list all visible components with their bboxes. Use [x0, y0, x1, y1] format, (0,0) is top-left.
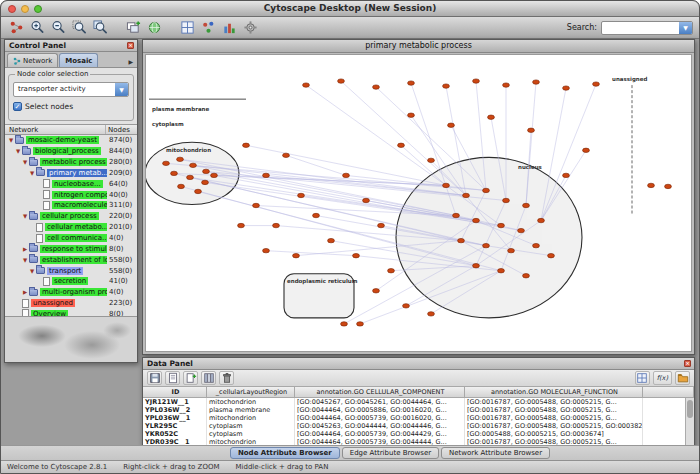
table-row[interactable]: YKR052Ccytoplasm[GO:0044464, GO:0005739,… — [143, 430, 694, 438]
graph-node[interactable] — [428, 158, 435, 162]
table-row[interactable]: YPL036W__2plasma membrane[GO:0044464, GO… — [143, 406, 694, 414]
scrollbar-thumb[interactable] — [687, 400, 693, 418]
tree-row[interactable]: Overview8(0) — [5, 309, 137, 317]
tree-row[interactable]: ▼transport558(0) — [5, 265, 137, 276]
tree-row[interactable]: ▼biological_process844(0) — [5, 146, 137, 157]
graph-node[interactable] — [195, 189, 202, 193]
graph-node[interactable] — [378, 223, 385, 227]
graph-node[interactable] — [453, 213, 460, 217]
graph-node[interactable] — [263, 173, 270, 177]
graph-node[interactable] — [533, 80, 540, 84]
tree-row[interactable]: nitrogen compo...40(0) — [5, 189, 137, 200]
graph-node[interactable] — [313, 213, 320, 217]
tab-edge-attribute-browser[interactable]: Edge Attribute Browser — [342, 447, 439, 459]
graph-node[interactable] — [523, 203, 530, 207]
graph-node[interactable] — [563, 173, 570, 177]
tree-row[interactable]: ▶multi-organism pro...4(0) — [5, 287, 137, 298]
tree-node-label[interactable]: cellular process — [40, 212, 99, 220]
column-header[interactable]: _cellularLayoutRegion — [207, 387, 295, 398]
graph-node[interactable] — [488, 115, 495, 119]
expand-arrow-icon[interactable]: ▼ — [21, 159, 29, 165]
graph-node[interactable] — [187, 175, 194, 179]
expand-arrow-icon[interactable]: ▶ — [21, 246, 29, 252]
tree-node-label[interactable]: primary metab... — [47, 169, 107, 177]
tree-row[interactable]: secretion41(0) — [5, 276, 137, 287]
chevron-down-icon[interactable]: ▼ — [679, 22, 692, 34]
expand-arrow-icon[interactable]: ▼ — [28, 170, 36, 176]
graph-node[interactable] — [463, 193, 470, 197]
graph-node[interactable] — [533, 243, 540, 247]
table-vertical-scrollbar[interactable] — [685, 398, 694, 446]
select-attributes-button[interactable] — [165, 371, 180, 385]
network-frame-titlebar[interactable]: primary metabolic process — [143, 40, 694, 53]
tree-row[interactable]: macromolecule...311(0) — [5, 200, 137, 211]
graph-node[interactable] — [563, 86, 570, 90]
graph-node[interactable] — [473, 218, 480, 222]
graph-node[interactable] — [518, 228, 525, 232]
graph-node[interactable] — [648, 183, 655, 187]
fx-button[interactable]: f(x) — [653, 371, 672, 385]
graph-node[interactable] — [665, 184, 672, 188]
graph-node[interactable] — [398, 143, 405, 147]
tree-column-nodes[interactable]: Nodes — [105, 125, 137, 134]
attribute-columns-button[interactable] — [201, 371, 216, 385]
graph-node[interactable] — [177, 157, 184, 161]
tree-row[interactable]: cellular metabo...201(0) — [5, 222, 137, 233]
overview-thumbnail[interactable] — [5, 316, 137, 362]
tree-row[interactable]: ▼primary metab...209(0) — [5, 168, 137, 179]
close-icon[interactable]: × — [127, 42, 134, 49]
tab-network-attribute-browser[interactable]: Network Attribute Browser — [441, 447, 550, 459]
graph-node[interactable] — [338, 79, 345, 83]
graph-node[interactable] — [343, 173, 350, 177]
zoom-in-button[interactable] — [28, 19, 46, 37]
tree-row[interactable]: ▶response to stimul...8(0) — [5, 243, 137, 254]
expand-arrow-icon[interactable]: ▼ — [21, 213, 29, 219]
column-header[interactable]: annotation.GO CELLULAR_COMPONENT — [295, 387, 465, 398]
graph-node[interactable] — [283, 153, 290, 157]
graph-node[interactable] — [548, 253, 555, 257]
tree-row[interactable]: ▼establishment of lo...558(0) — [5, 254, 137, 265]
graph-node[interactable] — [498, 269, 505, 273]
graph-node[interactable] — [508, 248, 515, 252]
graph-node[interactable] — [211, 173, 218, 177]
graph-node[interactable] — [483, 188, 490, 192]
plugin-settings-button[interactable] — [241, 19, 259, 37]
tree-node-label[interactable]: nitrogen compo... — [52, 191, 107, 199]
graph-node[interactable] — [238, 223, 245, 227]
zoom-selected-button[interactable] — [70, 19, 88, 37]
tree-node-label[interactable]: biological_process — [33, 147, 101, 155]
matrix-button[interactable] — [635, 371, 650, 385]
tree-column-network[interactable]: Network — [5, 125, 105, 134]
graph-node[interactable] — [357, 322, 364, 326]
tree-node-label[interactable]: multi-organism pro... — [40, 288, 107, 296]
create-attribute-button[interactable] — [183, 371, 198, 385]
tree-row[interactable]: cell communica...4(0) — [5, 233, 137, 244]
graph-node[interactable] — [503, 198, 510, 202]
tree-node-label[interactable]: transport — [47, 267, 83, 275]
tree-node-label[interactable]: establishment of lo... — [40, 256, 107, 264]
plugin-chart-button[interactable] — [220, 19, 238, 37]
tree-row[interactable]: unassigned223(0) — [5, 298, 137, 309]
chevron-down-icon[interactable]: ▼ — [115, 83, 128, 96]
tree-row[interactable]: nucleobase...64(0) — [5, 178, 137, 189]
graph-node[interactable] — [458, 238, 465, 242]
search-combobox[interactable]: ▼ — [601, 21, 693, 35]
expand-arrow-icon[interactable]: ▼ — [7, 137, 15, 143]
tree-node-label[interactable]: cell communica... — [45, 234, 107, 242]
tree-node-label[interactable]: secretion — [52, 277, 88, 285]
expand-arrow-icon[interactable]: ▼ — [28, 268, 36, 274]
graph-node[interactable] — [178, 184, 185, 188]
graph-node[interactable] — [473, 264, 480, 268]
table-row[interactable]: YLR295Ccytoplasm[GO:0045263, GO:0044444,… — [143, 422, 694, 430]
graph-node[interactable] — [243, 143, 250, 147]
new-network-button[interactable] — [124, 19, 142, 37]
column-header[interactable]: ID — [143, 387, 207, 398]
graph-node[interactable] — [203, 169, 210, 173]
graph-node[interactable] — [523, 274, 530, 278]
control-panel-titlebar[interactable]: Control Panel × — [5, 40, 137, 52]
graph-node[interactable] — [473, 79, 480, 83]
tree-row[interactable]: ▼cellular process220(0) — [5, 211, 137, 222]
graph-node[interactable] — [428, 312, 435, 316]
graph-node[interactable] — [373, 85, 380, 89]
table-row[interactable]: YPL036W__1mitochondrion[GO:0044464, GO:0… — [143, 414, 694, 422]
